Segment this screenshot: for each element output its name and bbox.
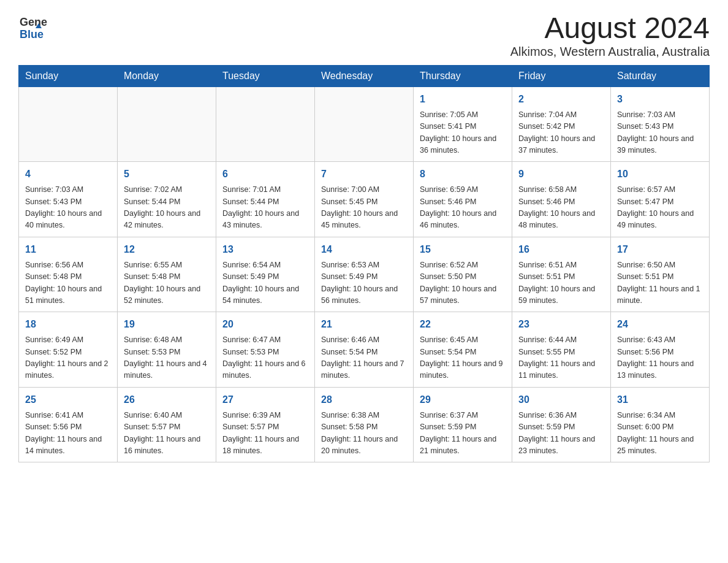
table-row: 22Sunrise: 6:45 AM Sunset: 5:54 PM Dayli… xyxy=(414,312,512,388)
day-info: Sunrise: 7:01 AM Sunset: 5:44 PM Dayligh… xyxy=(222,184,308,232)
logo-icon: General Blue xyxy=(18,12,48,42)
day-number: 20 xyxy=(222,317,308,332)
day-number: 30 xyxy=(518,393,604,407)
calendar-table: Sunday Monday Tuesday Wednesday Thursday… xyxy=(18,65,710,463)
calendar-week-row: 1Sunrise: 7:05 AM Sunset: 5:41 PM Daylig… xyxy=(19,86,710,162)
table-row: 11Sunrise: 6:56 AM Sunset: 5:48 PM Dayli… xyxy=(19,237,118,312)
day-info: Sunrise: 6:53 AM Sunset: 5:49 PM Dayligh… xyxy=(321,259,407,307)
header-friday: Friday xyxy=(512,65,611,86)
table-row xyxy=(216,86,315,162)
day-number: 25 xyxy=(25,393,111,407)
day-info: Sunrise: 6:34 AM Sunset: 6:00 PM Dayligh… xyxy=(617,410,703,458)
page-header: General Blue August 2024 Alkimos, Wester… xyxy=(18,12,710,59)
day-number: 10 xyxy=(617,167,703,182)
table-row: 14Sunrise: 6:53 AM Sunset: 5:49 PM Dayli… xyxy=(315,237,414,312)
table-row xyxy=(118,86,216,162)
day-number: 9 xyxy=(518,167,604,182)
location-title: Alkimos, Western Australia, Australia xyxy=(510,45,710,59)
table-row: 9Sunrise: 6:58 AM Sunset: 5:46 PM Daylig… xyxy=(512,162,611,237)
day-number: 26 xyxy=(124,393,210,407)
table-row: 6Sunrise: 7:01 AM Sunset: 5:44 PM Daylig… xyxy=(216,162,315,237)
day-info: Sunrise: 6:54 AM Sunset: 5:49 PM Dayligh… xyxy=(222,259,308,307)
calendar-week-row: 18Sunrise: 6:49 AM Sunset: 5:52 PM Dayli… xyxy=(19,312,710,388)
day-info: Sunrise: 6:44 AM Sunset: 5:55 PM Dayligh… xyxy=(518,334,604,382)
calendar-header-row: Sunday Monday Tuesday Wednesday Thursday… xyxy=(19,65,710,86)
day-number: 24 xyxy=(617,317,703,332)
table-row: 28Sunrise: 6:38 AM Sunset: 5:58 PM Dayli… xyxy=(315,387,414,462)
day-info: Sunrise: 6:48 AM Sunset: 5:53 PM Dayligh… xyxy=(124,334,210,382)
day-info: Sunrise: 6:55 AM Sunset: 5:48 PM Dayligh… xyxy=(124,259,210,307)
table-row: 5Sunrise: 7:02 AM Sunset: 5:44 PM Daylig… xyxy=(118,162,216,237)
table-row: 7Sunrise: 7:00 AM Sunset: 5:45 PM Daylig… xyxy=(315,162,414,237)
calendar-week-row: 4Sunrise: 7:03 AM Sunset: 5:43 PM Daylig… xyxy=(19,162,710,237)
day-info: Sunrise: 6:50 AM Sunset: 5:51 PM Dayligh… xyxy=(617,259,703,307)
table-row: 27Sunrise: 6:39 AM Sunset: 5:57 PM Dayli… xyxy=(216,387,315,462)
day-number: 7 xyxy=(321,167,407,182)
table-row: 1Sunrise: 7:05 AM Sunset: 5:41 PM Daylig… xyxy=(414,86,512,162)
day-info: Sunrise: 6:58 AM Sunset: 5:46 PM Dayligh… xyxy=(518,184,604,232)
day-number: 17 xyxy=(617,242,703,257)
calendar-week-row: 25Sunrise: 6:41 AM Sunset: 5:56 PM Dayli… xyxy=(19,387,710,462)
day-info: Sunrise: 7:05 AM Sunset: 5:41 PM Dayligh… xyxy=(420,109,506,157)
day-info: Sunrise: 6:52 AM Sunset: 5:50 PM Dayligh… xyxy=(420,259,506,307)
day-number: 27 xyxy=(222,393,308,407)
day-number: 4 xyxy=(25,167,111,182)
table-row: 2Sunrise: 7:04 AM Sunset: 5:42 PM Daylig… xyxy=(512,86,611,162)
table-row: 19Sunrise: 6:48 AM Sunset: 5:53 PM Dayli… xyxy=(118,312,216,388)
header-saturday: Saturday xyxy=(611,65,710,86)
day-info: Sunrise: 6:39 AM Sunset: 5:57 PM Dayligh… xyxy=(222,410,308,458)
table-row xyxy=(315,86,414,162)
day-info: Sunrise: 6:36 AM Sunset: 5:59 PM Dayligh… xyxy=(518,410,604,458)
svg-text:Blue: Blue xyxy=(20,28,44,40)
day-info: Sunrise: 6:40 AM Sunset: 5:57 PM Dayligh… xyxy=(124,410,210,458)
table-row: 24Sunrise: 6:43 AM Sunset: 5:56 PM Dayli… xyxy=(611,312,710,388)
table-row: 26Sunrise: 6:40 AM Sunset: 5:57 PM Dayli… xyxy=(118,387,216,462)
table-row: 8Sunrise: 6:59 AM Sunset: 5:46 PM Daylig… xyxy=(414,162,512,237)
day-info: Sunrise: 6:49 AM Sunset: 5:52 PM Dayligh… xyxy=(25,334,111,382)
day-number: 8 xyxy=(420,167,506,182)
table-row: 29Sunrise: 6:37 AM Sunset: 5:59 PM Dayli… xyxy=(414,387,512,462)
table-row: 21Sunrise: 6:46 AM Sunset: 5:54 PM Dayli… xyxy=(315,312,414,388)
header-monday: Monday xyxy=(118,65,216,86)
header-thursday: Thursday xyxy=(414,65,512,86)
day-info: Sunrise: 6:51 AM Sunset: 5:51 PM Dayligh… xyxy=(518,259,604,307)
logo: General Blue xyxy=(18,12,49,42)
day-number: 14 xyxy=(321,242,407,257)
day-number: 28 xyxy=(321,393,407,407)
day-number: 19 xyxy=(124,317,210,332)
day-number: 18 xyxy=(25,317,111,332)
day-info: Sunrise: 7:04 AM Sunset: 5:42 PM Dayligh… xyxy=(518,109,604,157)
day-info: Sunrise: 6:59 AM Sunset: 5:46 PM Dayligh… xyxy=(420,184,506,232)
day-info: Sunrise: 6:57 AM Sunset: 5:47 PM Dayligh… xyxy=(617,184,703,232)
day-info: Sunrise: 6:46 AM Sunset: 5:54 PM Dayligh… xyxy=(321,334,407,382)
day-number: 16 xyxy=(518,242,604,257)
table-row: 30Sunrise: 6:36 AM Sunset: 5:59 PM Dayli… xyxy=(512,387,611,462)
svg-text:General: General xyxy=(20,16,48,28)
day-number: 15 xyxy=(420,242,506,257)
day-number: 23 xyxy=(518,317,604,332)
table-row: 16Sunrise: 6:51 AM Sunset: 5:51 PM Dayli… xyxy=(512,237,611,312)
day-info: Sunrise: 7:02 AM Sunset: 5:44 PM Dayligh… xyxy=(124,184,210,232)
header-tuesday: Tuesday xyxy=(216,65,315,86)
table-row: 12Sunrise: 6:55 AM Sunset: 5:48 PM Dayli… xyxy=(118,237,216,312)
table-row: 4Sunrise: 7:03 AM Sunset: 5:43 PM Daylig… xyxy=(19,162,118,237)
table-row: 13Sunrise: 6:54 AM Sunset: 5:49 PM Dayli… xyxy=(216,237,315,312)
day-info: Sunrise: 6:56 AM Sunset: 5:48 PM Dayligh… xyxy=(25,259,111,307)
table-row: 20Sunrise: 6:47 AM Sunset: 5:53 PM Dayli… xyxy=(216,312,315,388)
table-row: 18Sunrise: 6:49 AM Sunset: 5:52 PM Dayli… xyxy=(19,312,118,388)
day-info: Sunrise: 6:41 AM Sunset: 5:56 PM Dayligh… xyxy=(25,410,111,458)
day-info: Sunrise: 7:03 AM Sunset: 5:43 PM Dayligh… xyxy=(617,109,703,157)
day-number: 13 xyxy=(222,242,308,257)
day-number: 6 xyxy=(222,167,308,182)
day-number: 21 xyxy=(321,317,407,332)
day-number: 29 xyxy=(420,393,506,407)
table-row: 3Sunrise: 7:03 AM Sunset: 5:43 PM Daylig… xyxy=(611,86,710,162)
table-row: 17Sunrise: 6:50 AM Sunset: 5:51 PM Dayli… xyxy=(611,237,710,312)
day-info: Sunrise: 7:00 AM Sunset: 5:45 PM Dayligh… xyxy=(321,184,407,232)
day-number: 5 xyxy=(124,167,210,182)
day-info: Sunrise: 6:37 AM Sunset: 5:59 PM Dayligh… xyxy=(420,410,506,458)
day-info: Sunrise: 6:43 AM Sunset: 5:56 PM Dayligh… xyxy=(617,334,703,382)
table-row: 25Sunrise: 6:41 AM Sunset: 5:56 PM Dayli… xyxy=(19,387,118,462)
day-number: 12 xyxy=(124,242,210,257)
day-number: 1 xyxy=(420,92,506,107)
